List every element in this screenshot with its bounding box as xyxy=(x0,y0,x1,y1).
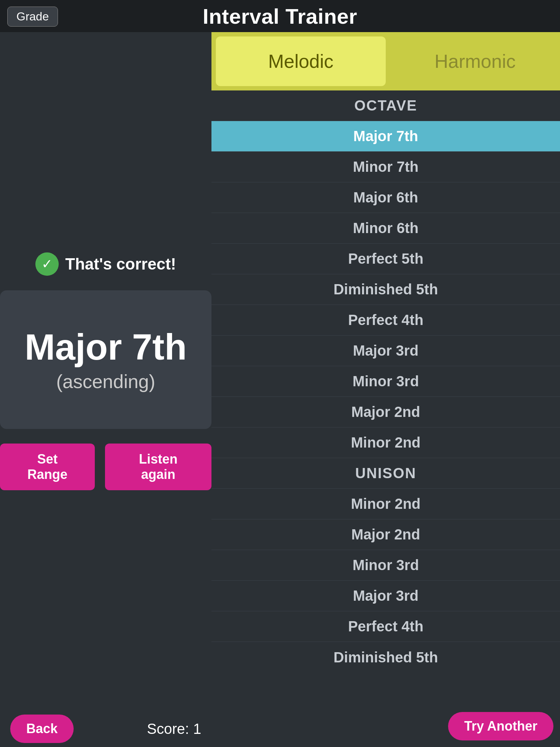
interval-item[interactable]: Minor 2nd xyxy=(211,489,560,519)
interval-item[interactable]: Minor 2nd xyxy=(211,427,560,458)
tab-melodic-label: Melodic xyxy=(268,50,333,72)
interval-item[interactable]: Major 6th xyxy=(211,182,560,213)
interval-item[interactable]: Diminished 5th xyxy=(211,642,560,673)
back-button[interactable]: Back xyxy=(10,715,74,743)
check-icon: ✓ xyxy=(35,252,59,276)
interval-list: OCTAVEMajor 7thMinor 7thMajor 6thMinor 6… xyxy=(211,90,560,747)
interval-item[interactable]: Diminished 5th xyxy=(211,274,560,305)
answer-sub-label: (ascending) xyxy=(56,371,155,392)
interval-item[interactable]: Perfect 4th xyxy=(211,305,560,336)
bottom-bar: Back Score: 1 xyxy=(0,711,211,747)
interval-item[interactable]: Minor 3rd xyxy=(211,550,560,581)
header: Grade Interval Trainer xyxy=(0,0,560,32)
interval-item[interactable]: Major 3rd xyxy=(211,336,560,366)
interval-item[interactable]: Major 7th xyxy=(211,121,560,152)
score-label: Score: 1 xyxy=(147,721,201,737)
interval-item[interactable]: Major 3rd xyxy=(211,581,560,611)
tab-melodic[interactable]: Melodic xyxy=(216,36,386,86)
left-area: ✓ That's correct! Major 7th (ascending) … xyxy=(0,32,211,711)
interval-item[interactable]: Minor 6th xyxy=(211,213,560,244)
right-panel: Melodic Harmonic OCTAVEMajor 7thMinor 7t… xyxy=(211,32,560,747)
correct-message: ✓ That's correct! xyxy=(35,252,176,276)
interval-item[interactable]: Major 2nd xyxy=(211,519,560,550)
set-range-button[interactable]: Set Range xyxy=(0,444,95,490)
interval-item[interactable]: Perfect 5th xyxy=(211,244,560,274)
interval-item[interactable]: Perfect 4th xyxy=(211,611,560,642)
tab-harmonic[interactable]: Harmonic xyxy=(390,32,560,90)
tab-bar: Melodic Harmonic xyxy=(211,32,560,90)
try-another-button[interactable]: Try Another xyxy=(448,712,553,740)
interval-item[interactable]: Minor 3rd xyxy=(211,366,560,397)
correct-text: That's correct! xyxy=(65,255,176,273)
page-title: Interval Trainer xyxy=(203,4,357,28)
interval-item[interactable]: Major 2nd xyxy=(211,397,560,427)
interval-item[interactable]: UNISON xyxy=(211,458,560,489)
answer-card: Major 7th (ascending) xyxy=(0,290,211,429)
interval-item[interactable]: Minor 7th xyxy=(211,152,560,182)
answer-main-label: Major 7th xyxy=(25,327,187,367)
action-buttons: Set Range Listen again xyxy=(0,444,211,490)
interval-item[interactable]: OCTAVE xyxy=(211,90,560,121)
grade-button[interactable]: Grade xyxy=(7,7,58,27)
listen-again-button[interactable]: Listen again xyxy=(105,444,211,490)
tab-harmonic-label: Harmonic xyxy=(435,50,516,72)
